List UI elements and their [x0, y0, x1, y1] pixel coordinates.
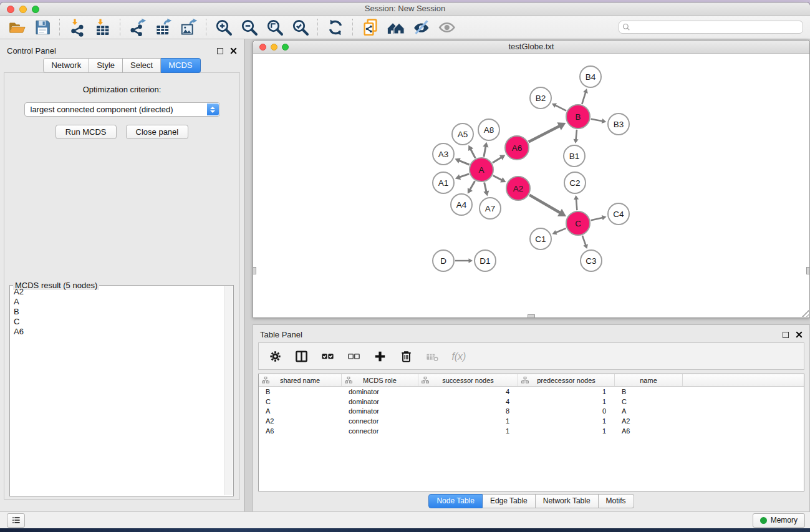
node-A2[interactable]: A2: [506, 177, 530, 200]
import-network-button[interactable]: [64, 17, 90, 37]
cell-name[interactable]: A6: [615, 427, 683, 435]
edge-D-D1[interactable]: [455, 258, 473, 263]
table-row[interactable]: Bdominator41B: [259, 387, 804, 397]
edge-A6-B[interactable]: [529, 122, 566, 142]
column-header-shared-name[interactable]: shared name: [259, 374, 342, 386]
node-A[interactable]: A: [470, 158, 493, 181]
node-A4[interactable]: A4: [451, 194, 472, 215]
edge-A-A2[interactable]: [493, 176, 506, 183]
edge-B-B2[interactable]: [552, 104, 566, 111]
node-A1[interactable]: A1: [433, 172, 454, 193]
cell-predecessor-nodes[interactable]: 1: [518, 388, 615, 395]
node-B2[interactable]: B2: [530, 87, 551, 109]
zoom-selected-button[interactable]: [287, 17, 313, 37]
control-panel-close-icon[interactable]: [230, 47, 237, 54]
node-A6[interactable]: A6: [505, 136, 529, 160]
title-bar[interactable]: Session: New Session: [0, 2, 810, 16]
node-C3[interactable]: C3: [581, 250, 602, 271]
column-header-successor-nodes[interactable]: successor nodes: [418, 374, 518, 386]
network-canvas[interactable]: B4B2BB3A8A5A6A3B1AC2A1A2A4A7C4CC1C3DD1: [253, 54, 809, 317]
cell-successor-nodes[interactable]: 8: [418, 407, 518, 415]
edge-A-A1[interactable]: [455, 174, 469, 180]
edge-B-B1[interactable]: [574, 130, 579, 143]
node-B[interactable]: B: [566, 105, 590, 128]
cell-name[interactable]: C: [615, 398, 683, 405]
node-A5[interactable]: A5: [452, 123, 473, 145]
edge-B-B4[interactable]: [582, 89, 588, 104]
cell-MCDS-role[interactable]: dominator: [342, 407, 418, 415]
edge-A2-C[interactable]: [529, 195, 566, 216]
import-table-button[interactable]: [90, 17, 115, 37]
table-tab-node-table[interactable]: Node Table: [428, 494, 483, 508]
table-row[interactable]: Cdominator41C: [259, 397, 804, 407]
result-item[interactable]: B: [11, 307, 224, 317]
table-row[interactable]: A2connector11A2: [259, 416, 804, 426]
search-input[interactable]: [619, 21, 803, 34]
node-A3[interactable]: A3: [433, 143, 454, 165]
cell-name[interactable]: A: [615, 407, 683, 415]
node-B3[interactable]: B3: [608, 114, 629, 135]
edge-C-C2[interactable]: [574, 195, 579, 210]
cell-MCDS-role[interactable]: dominator: [342, 398, 418, 405]
edge-C-C4[interactable]: [591, 215, 607, 220]
edge-C-C3[interactable]: [582, 236, 588, 249]
table-row[interactable]: A6connector11A6: [259, 426, 804, 436]
tab-network[interactable]: Network: [43, 58, 89, 73]
node-C4[interactable]: C4: [608, 203, 629, 225]
cell-name[interactable]: A2: [615, 417, 683, 425]
node-C[interactable]: C: [566, 211, 590, 235]
memory-button[interactable]: Memory: [753, 513, 805, 528]
deselect-all-button[interactable]: [345, 348, 362, 364]
duplicate-network-button[interactable]: [357, 17, 383, 37]
criterion-select[interactable]: largest connected component (directed): [24, 102, 220, 117]
export-table-button[interactable]: [150, 17, 176, 37]
cell-shared-name[interactable]: B: [259, 388, 342, 395]
cell-shared-name[interactable]: A: [259, 407, 342, 415]
export-image-button[interactable]: [176, 17, 201, 37]
table-row[interactable]: Adominator80A: [259, 407, 804, 417]
node-A8[interactable]: A8: [478, 119, 499, 140]
tab-mcds[interactable]: MCDS: [161, 58, 200, 73]
node-D[interactable]: D: [433, 250, 454, 271]
node-A7[interactable]: A7: [480, 198, 501, 219]
bottom-edge-grip[interactable]: [528, 314, 535, 318]
network-zoom-button[interactable]: [282, 44, 289, 51]
panel-menu-button[interactable]: [7, 513, 25, 528]
result-item[interactable]: A6: [11, 327, 224, 337]
tab-select[interactable]: Select: [123, 58, 161, 73]
close-window-button[interactable]: [7, 6, 14, 13]
table-panel-float-icon[interactable]: [783, 332, 789, 338]
cell-shared-name[interactable]: A6: [259, 427, 342, 435]
node-B1[interactable]: B1: [564, 145, 585, 167]
save-button[interactable]: [29, 17, 55, 37]
cell-predecessor-nodes[interactable]: 1: [518, 417, 615, 425]
control-panel-float-icon[interactable]: [217, 48, 223, 54]
node-C1[interactable]: C1: [530, 228, 551, 249]
network-window-titlebar[interactable]: testGlobe.txt: [253, 41, 809, 54]
result-scrollbar[interactable]: [224, 286, 233, 495]
column-header-predecessor-nodes[interactable]: predecessor nodes: [518, 374, 615, 386]
zoom-window-button[interactable]: [32, 6, 39, 13]
table-tab-network-table[interactable]: Network Table: [536, 494, 599, 508]
edge-A-A7[interactable]: [483, 183, 489, 196]
cell-MCDS-role[interactable]: dominator: [342, 388, 418, 395]
table-panel-close-icon[interactable]: [796, 331, 803, 338]
edge-A-A5[interactable]: [468, 145, 475, 158]
cell-predecessor-nodes[interactable]: 1: [518, 427, 615, 435]
column-header-MCDS-role[interactable]: MCDS role: [342, 374, 418, 386]
delete-button[interactable]: [398, 348, 414, 364]
minimize-window-button[interactable]: [19, 6, 27, 13]
columns-button[interactable]: [293, 348, 309, 364]
select-all-button[interactable]: [319, 348, 335, 364]
hide-button[interactable]: [408, 17, 434, 37]
settings-button[interactable]: [267, 348, 283, 364]
cell-successor-nodes[interactable]: 4: [418, 388, 518, 395]
cell-MCDS-role[interactable]: connector: [342, 427, 418, 435]
close-panel-button[interactable]: Close panel: [126, 125, 189, 139]
right-edge-grip[interactable]: [806, 267, 810, 274]
edge-C-C1[interactable]: [552, 228, 566, 235]
result-item[interactable]: A: [11, 297, 224, 307]
node-D1[interactable]: D1: [475, 250, 496, 271]
tab-style[interactable]: Style: [89, 58, 123, 73]
open-button[interactable]: [4, 17, 29, 37]
